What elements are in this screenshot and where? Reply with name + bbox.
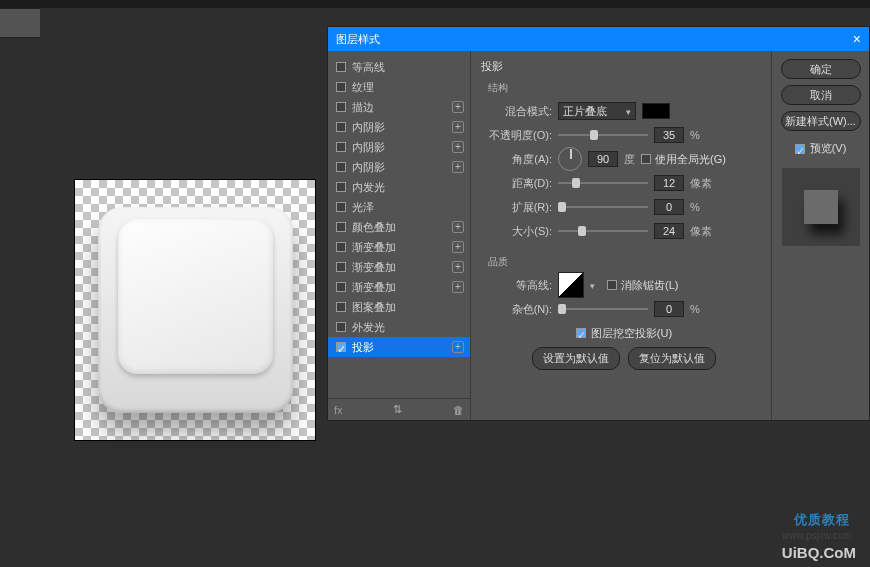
effect-row[interactable]: 渐变叠加+ [328, 277, 470, 297]
app-topbar [0, 0, 870, 8]
add-effect-icon[interactable]: + [452, 341, 464, 353]
global-light-checkbox[interactable] [641, 154, 651, 164]
make-default-button[interactable]: 设置为默认值 [532, 347, 620, 370]
keycap-outer [98, 207, 293, 413]
contour-chevron-icon[interactable] [590, 279, 595, 291]
angle-row: 角度(A): 90 度 使用全局光(G) [488, 149, 760, 169]
reset-default-button[interactable]: 复位为默认值 [628, 347, 716, 370]
effect-checkbox[interactable] [336, 182, 346, 192]
effects-footer: fx ⇅ 🗑 [328, 398, 470, 420]
effect-checkbox[interactable] [336, 62, 346, 72]
style-preview [782, 168, 860, 246]
angle-value[interactable]: 90 [588, 151, 618, 167]
effect-row[interactable]: 颜色叠加+ [328, 217, 470, 237]
add-effect-icon[interactable]: + [452, 101, 464, 113]
contour-picker[interactable] [558, 272, 584, 298]
effect-checkbox[interactable] [336, 122, 346, 132]
ok-button[interactable]: 确定 [781, 59, 861, 79]
effect-checkbox[interactable] [336, 242, 346, 252]
effect-label: 内阴影 [352, 140, 385, 155]
effect-label: 颜色叠加 [352, 220, 396, 235]
dialog-actions: 确定 取消 新建样式(W)... ✓预览(V) [771, 51, 869, 420]
add-effect-icon[interactable]: + [452, 161, 464, 173]
effect-row[interactable]: 图案叠加 [328, 297, 470, 317]
effect-label: 光泽 [352, 200, 374, 215]
add-effect-icon[interactable]: + [452, 141, 464, 153]
add-effect-icon[interactable]: + [452, 221, 464, 233]
new-style-button[interactable]: 新建样式(W)... [781, 111, 861, 131]
size-row: 大小(S): 24 像素 [488, 221, 760, 241]
opacity-value[interactable]: 35 [654, 127, 684, 143]
style-preview-swatch [804, 190, 838, 224]
effect-checkbox[interactable] [336, 302, 346, 312]
cancel-button[interactable]: 取消 [781, 85, 861, 105]
effect-checkbox[interactable] [336, 102, 346, 112]
effect-checkbox[interactable] [336, 142, 346, 152]
effect-row[interactable]: 内阴影+ [328, 117, 470, 137]
effect-checkbox[interactable]: ✓ [336, 342, 346, 352]
distance-row: 距离(D): 12 像素 [488, 173, 760, 193]
effect-checkbox[interactable] [336, 202, 346, 212]
effect-checkbox[interactable] [336, 322, 346, 332]
effect-row[interactable]: 内阴影+ [328, 157, 470, 177]
effects-list: 等高线纹理描边+内阴影+内阴影+内阴影+内发光光泽颜色叠加+渐变叠加+渐变叠加+… [328, 51, 471, 420]
effect-row[interactable]: 内发光 [328, 177, 470, 197]
effect-label: 图案叠加 [352, 300, 396, 315]
effect-row[interactable]: 纹理 [328, 77, 470, 97]
size-slider[interactable] [558, 224, 648, 238]
reorder-icon[interactable]: ⇅ [393, 403, 402, 416]
effect-settings: 投影 结构 混合模式: 正片叠底 不透明度(O): 35 % [471, 51, 771, 420]
effect-checkbox[interactable] [336, 282, 346, 292]
effect-checkbox[interactable] [336, 262, 346, 272]
preview-checkbox[interactable]: ✓ [795, 144, 805, 154]
effect-label: 渐变叠加 [352, 280, 396, 295]
effect-row[interactable]: 外发光 [328, 317, 470, 337]
effect-row[interactable]: 渐变叠加+ [328, 237, 470, 257]
effect-checkbox[interactable] [336, 162, 346, 172]
fx-label[interactable]: fx [334, 404, 343, 416]
structure-title: 结构 [488, 81, 760, 95]
distance-slider[interactable] [558, 176, 648, 190]
knockout-checkbox[interactable]: ✓ [576, 328, 586, 338]
effect-row[interactable]: 描边+ [328, 97, 470, 117]
section-title: 投影 [481, 59, 761, 74]
effect-label: 内阴影 [352, 120, 385, 135]
spread-slider[interactable] [558, 200, 648, 214]
trash-icon[interactable]: 🗑 [453, 404, 464, 416]
keycap-inner [118, 219, 273, 374]
knockout-row: ✓图层挖空投影(U) [488, 323, 760, 343]
effect-label: 渐变叠加 [352, 260, 396, 275]
add-effect-icon[interactable]: + [452, 261, 464, 273]
effect-label: 外发光 [352, 320, 385, 335]
effect-checkbox[interactable] [336, 222, 346, 232]
add-effect-icon[interactable]: + [452, 121, 464, 133]
shadow-color-swatch[interactable] [642, 103, 670, 119]
angle-dial[interactable] [558, 147, 582, 171]
noise-row: 杂色(N): 0 % [488, 299, 760, 319]
blend-mode-dropdown[interactable]: 正片叠底 [558, 102, 636, 120]
blend-mode-label: 混合模式: [488, 104, 552, 119]
dialog-title: 图层样式 [336, 32, 380, 47]
opacity-row: 不透明度(O): 35 % [488, 125, 760, 145]
watermark-site: UiBQ.CoM [782, 544, 856, 561]
effect-row[interactable]: ✓投影+ [328, 337, 470, 357]
add-effect-icon[interactable]: + [452, 281, 464, 293]
effect-row[interactable]: 光泽 [328, 197, 470, 217]
effect-label: 描边 [352, 100, 374, 115]
watermark-url: www.psjxw.com [782, 530, 852, 541]
contour-row: 等高线: 消除锯齿(L) [488, 275, 760, 295]
dialog-titlebar[interactable]: 图层样式 × [328, 27, 869, 51]
antialias-checkbox[interactable] [607, 280, 617, 290]
effect-row[interactable]: 内阴影+ [328, 137, 470, 157]
effect-checkbox[interactable] [336, 82, 346, 92]
effect-row[interactable]: 渐变叠加+ [328, 257, 470, 277]
opacity-slider[interactable] [558, 128, 648, 142]
close-icon[interactable]: × [853, 31, 861, 47]
document-canvas[interactable] [75, 180, 315, 440]
effect-label: 投影 [352, 340, 374, 355]
effect-label: 等高线 [352, 60, 385, 75]
quality-title: 品质 [488, 255, 760, 269]
effect-row[interactable]: 等高线 [328, 57, 470, 77]
noise-slider[interactable] [558, 302, 648, 316]
add-effect-icon[interactable]: + [452, 241, 464, 253]
